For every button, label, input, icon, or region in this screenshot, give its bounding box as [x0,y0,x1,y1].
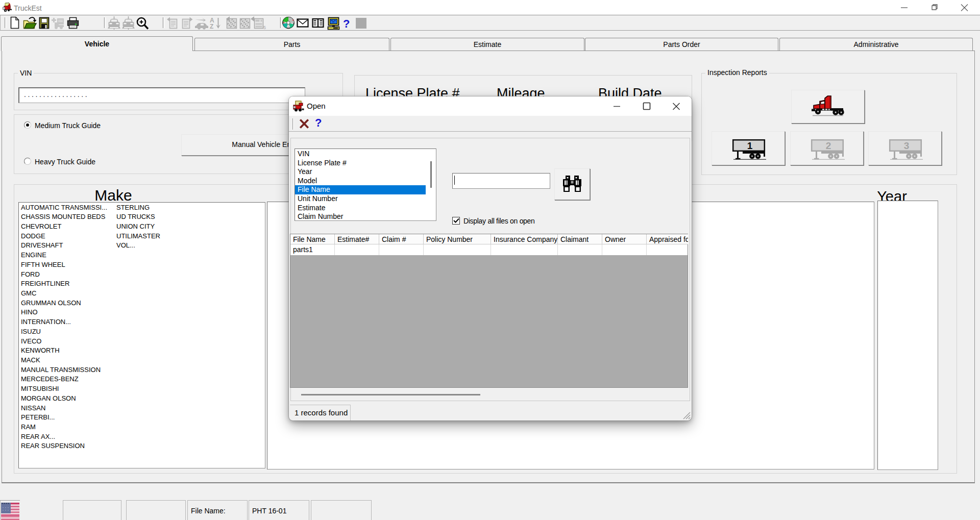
svg-text:Z: Z [210,23,213,30]
svg-text:5: 5 [263,25,266,30]
svg-text:?: ? [343,17,350,30]
svg-text:1: 1 [747,140,753,151]
svg-text:3: 3 [904,140,910,151]
svg-text:2: 2 [826,140,831,151]
